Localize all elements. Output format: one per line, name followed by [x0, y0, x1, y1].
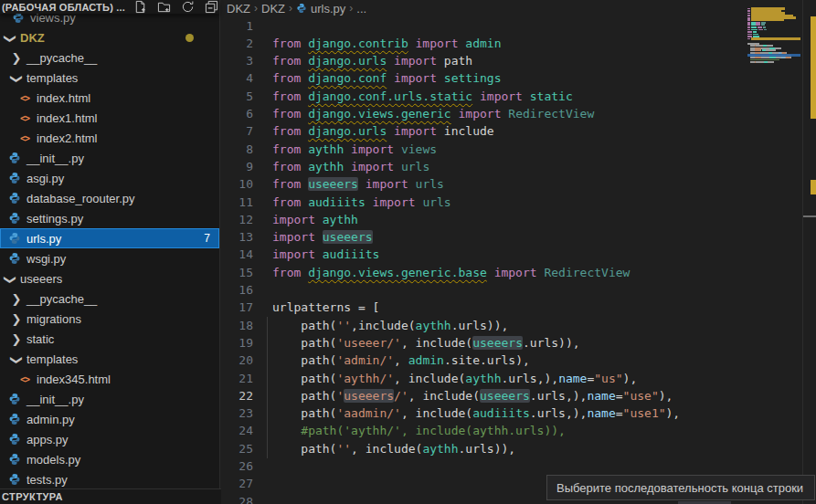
minimap-line — [768, 61, 774, 63]
line-number: 18 — [220, 317, 253, 334]
tree-item-static[interactable]: ❯static — [0, 329, 219, 349]
code-line-23[interactable]: 23 path('aadmin/', include(audiiits.urls… — [220, 404, 680, 422]
code-token: .urls,), — [502, 372, 559, 385]
code-line-22[interactable]: 22 path('useeers/', include(useeers.urls… — [220, 387, 673, 404]
collapse-all-icon[interactable] — [204, 0, 218, 15]
tree-item-index1-html[interactable]: <>index1.html — [0, 108, 219, 128]
tree-item-templates[interactable]: ❯templates — [0, 68, 219, 88]
python-file-icon — [7, 412, 22, 426]
code-line-17[interactable]: 17urlpatterns = [ — [220, 299, 379, 316]
tree-item-settings-py[interactable]: settings.py — [0, 208, 219, 228]
code-line-10[interactable]: 10from useeers import urls — [220, 175, 444, 193]
tree-item--init-py[interactable]: __init__.py — [0, 148, 219, 168]
code-line-21[interactable]: 21 path('aythh/', include(aythh.urls,),n… — [220, 370, 637, 387]
eol-tooltip-text: Выберите последовательность конца строки — [556, 481, 803, 495]
python-file-icon — [7, 432, 22, 446]
breadcrumb-item[interactable]: DKZ — [227, 2, 250, 16]
breadcrumb-item[interactable]: ... — [356, 2, 366, 16]
tree-item-label: urls.py — [26, 232, 61, 246]
tree-item-index-html[interactable]: <>index.html — [0, 88, 219, 108]
code-token: django.contrib — [308, 37, 408, 50]
code-line-27[interactable]: 27 — [220, 475, 272, 492]
line-number: 4 — [220, 69, 253, 87]
code-token: from — [272, 71, 308, 85]
code-line-9[interactable]: 9from aythh import urls — [220, 158, 429, 175]
tree-item-apps-py[interactable]: apps.py — [0, 429, 219, 449]
code-token: from — [272, 89, 308, 103]
new-folder-icon[interactable] — [156, 0, 171, 15]
code-token: django.urls — [308, 124, 387, 138]
tree-item--pycache-[interactable]: ❯__pycache__ — [0, 289, 219, 309]
chevron-down-icon: ❯ — [10, 73, 24, 84]
code-line-12[interactable]: 12import aythh — [220, 211, 358, 228]
minimap-line — [747, 10, 750, 12]
tree-item-urls-py[interactable]: urls.py7 — [0, 228, 219, 248]
tree-item--init-py[interactable]: __init__.py — [0, 389, 219, 409]
overview-ruler[interactable] — [803, 0, 816, 504]
explorer-header: (РАБОЧАЯ ОБЛАСТЬ) ... — [0, 0, 219, 14]
tree-item-dkz[interactable]: ❯DKZ — [0, 27, 219, 47]
code-line-7[interactable]: 7from django.urls import include — [220, 122, 494, 140]
line-number: 25 — [220, 440, 253, 457]
code-line-14[interactable]: 14import audiiits — [220, 246, 379, 263]
tree-item-templates[interactable]: ❯templates — [0, 349, 219, 369]
refresh-icon[interactable] — [180, 0, 195, 15]
minimap-line — [755, 47, 762, 49]
tree-item-wsgi-py[interactable]: wsgi.py — [0, 248, 219, 268]
code-line-13[interactable]: 13import useeers — [220, 228, 373, 246]
code-line-20[interactable]: 20 path('admin/', admin.site.urls), — [220, 352, 530, 369]
tree-item-useeers[interactable]: ❯useeers — [0, 268, 219, 289]
tree-item-asgi-py[interactable]: asgi.py — [0, 168, 219, 188]
outline-section-label: СТРУКТУРА — [2, 491, 63, 502]
python-file-icon — [7, 472, 22, 487]
code-line-4[interactable]: 4from django.conf import settings — [220, 69, 501, 87]
tree-item-tests-py[interactable]: tests.py — [0, 469, 219, 489]
code-line-5[interactable]: 5from django.conf.urls.static import sta… — [220, 88, 573, 105]
line-number: 5 — [220, 88, 253, 105]
tree-item-index345-html[interactable]: <>index345.html — [0, 369, 219, 389]
minimap[interactable] — [747, 0, 802, 110]
code-line-1[interactable]: 1 — [220, 17, 272, 35]
code-line-24[interactable]: 24 #path('aythh/', include(aythh.urls)), — [220, 422, 566, 439]
code-token: import — [387, 124, 444, 138]
tree-item-label: useeers — [20, 272, 62, 286]
breadcrumb-item[interactable]: DKZ — [261, 2, 285, 16]
code-line-16[interactable]: 16 — [220, 281, 272, 299]
tree-item-index2-html[interactable]: <>index2.html — [0, 128, 219, 148]
tree-item-label: index.html — [37, 91, 90, 105]
code-line-3[interactable]: 3from django.urls import path — [220, 52, 472, 69]
code-token: import — [451, 107, 509, 121]
code-token: , include( — [351, 442, 422, 456]
minimap-line — [761, 24, 764, 26]
code-line-2[interactable]: 2from django.contrib import admin — [220, 35, 501, 52]
code-line-18[interactable]: 18 path('',include(aythh.urls)), — [220, 317, 508, 334]
tree-item-migrations[interactable]: ❯migrations — [0, 309, 219, 329]
code-line-26[interactable]: 26 — [220, 457, 272, 475]
tree-item-database-roouter-py[interactable]: database_roouter.py — [0, 188, 219, 208]
code-token: from — [272, 124, 308, 138]
code-line-11[interactable]: 11from audiiits import urls — [220, 194, 451, 211]
minimap-warning — [751, 37, 800, 39]
code-line-19[interactable]: 19 path('useeer/', include(useeers.urls)… — [220, 334, 580, 352]
code-token: import — [272, 247, 323, 261]
minimap-line — [775, 47, 781, 49]
chevron-down-icon: ❯ — [4, 33, 17, 44]
code-line-15[interactable]: 15from django.views.generic.base import … — [220, 264, 630, 281]
code-token: ,include( — [351, 319, 415, 332]
breadcrumb-item[interactable]: urls.py — [311, 2, 345, 16]
code-line-25[interactable]: 25 path('', include(aythh.urls)), — [220, 440, 515, 457]
warning-marker — [811, 180, 816, 194]
new-file-icon[interactable] — [132, 0, 147, 15]
tree-item-label: tests.py — [26, 473, 68, 487]
tree-item-admin-py[interactable]: admin.py — [0, 409, 219, 429]
tree-item-models-py[interactable]: models.py — [0, 449, 219, 469]
outline-section-header[interactable]: СТРУКТУРА — [0, 488, 221, 504]
tree-item--pycache-[interactable]: ❯__pycache__ — [0, 47, 219, 68]
code-line-28[interactable]: 28 — [220, 493, 272, 504]
code-token: urlpatterns = [ — [272, 300, 379, 314]
code-area[interactable]: 12from django.contrib import admin3from … — [220, 0, 816, 504]
code-token: django.views.generic.base — [308, 266, 487, 279]
code-line-6[interactable]: 6from django.views.generic import Redire… — [220, 105, 594, 122]
vscode-window: views.py❯DKZ❯__pycache__❯templates<>inde… — [0, 0, 816, 504]
code-line-8[interactable]: 8from aythh import views — [220, 141, 437, 158]
